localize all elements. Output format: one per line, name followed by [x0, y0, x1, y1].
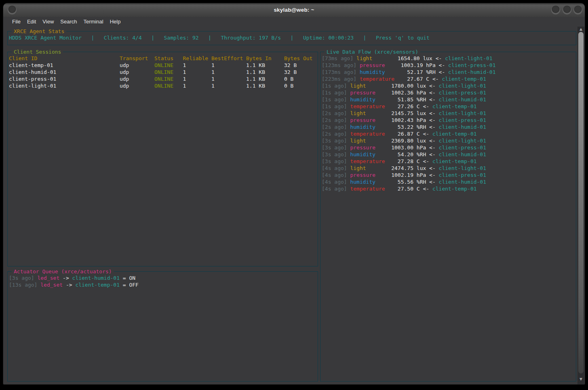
- client-id: client-light-01: [9, 83, 120, 89]
- timestamp: [4s ago]: [322, 165, 350, 171]
- client-id: client-light-01: [439, 165, 486, 171]
- reading-value: 1780.00 lux: [388, 83, 426, 89]
- topic-name: humidity: [350, 179, 388, 185]
- status: ONLINE: [154, 62, 183, 68]
- topic-name: humidity: [350, 151, 388, 157]
- actuator-state: OFF: [129, 282, 138, 288]
- flow-entry: [4s ago] pressure 1002.19 hPa <- client-…: [322, 172, 576, 178]
- client-id: client-light-01: [439, 138, 486, 144]
- close-button[interactable]: [573, 6, 582, 15]
- topic-name: humidity: [350, 96, 388, 103]
- reading-value: 2145.75 lux: [388, 110, 426, 116]
- timestamp: [73ms ago]: [322, 55, 356, 61]
- timestamp: [3s ago]: [9, 275, 37, 281]
- maximize-button[interactable]: [563, 6, 571, 15]
- minimize-button[interactable]: [551, 6, 560, 15]
- column-header: Transport: [120, 55, 154, 61]
- column-header: Reliable: [183, 55, 211, 61]
- transport: udp: [120, 62, 154, 68]
- arrow: <-: [426, 138, 438, 144]
- reliable-count: 1: [183, 76, 211, 82]
- reading-value: 26.87 C: [388, 131, 419, 137]
- reliable-count: 1: [183, 62, 211, 68]
- timestamp: [2s ago]: [322, 110, 350, 116]
- menu-file[interactable]: File: [9, 17, 24, 27]
- client-id: client-humid-01: [439, 179, 486, 185]
- topic-name: light: [356, 55, 394, 61]
- session-row: client-press-01 udp ONLINE 1 1 1.1 KB 0 …: [9, 75, 318, 82]
- timestamp: [3s ago]: [322, 151, 350, 157]
- live-data-flow-panel-title: Live Data Flow (xrce/sensors): [325, 48, 420, 55]
- bytes-out: 0 B: [284, 76, 293, 82]
- sessions-table: Client ID Transport Status Reliable Best…: [8, 52, 318, 89]
- flow-entry: [1s ago] light 1780.00 lux <- client-lig…: [322, 82, 576, 89]
- arrow: <-: [426, 145, 438, 151]
- menu-edit[interactable]: Edit: [24, 17, 39, 27]
- topic-name: light: [350, 138, 388, 144]
- client-id: client-humid-01: [448, 69, 495, 75]
- menu-view[interactable]: View: [39, 17, 57, 27]
- reading-value: 1003.00 hPa: [388, 145, 426, 151]
- best-effort-count: 1: [211, 62, 246, 68]
- stats-panel-title: XRCE Agent Stats: [12, 28, 66, 35]
- timestamp: [1s ago]: [322, 90, 350, 96]
- client-id: client-humid-01: [439, 151, 486, 157]
- client-id: client-temp-01: [432, 103, 477, 109]
- bytes-in: 1.1 KB: [246, 83, 284, 89]
- timestamp: [4s ago]: [322, 186, 350, 192]
- arrow: <-: [426, 179, 438, 185]
- arrow: <-: [426, 96, 438, 103]
- topic-name: pressure: [360, 62, 398, 68]
- best-effort-count: 1: [211, 83, 246, 89]
- actuator-state: ON: [129, 275, 135, 281]
- client-id: client-temp-01: [9, 62, 120, 68]
- arrow: ->: [63, 282, 75, 288]
- column-header: Bytes In: [246, 55, 284, 61]
- timestamp: [123ms ago]: [322, 62, 360, 68]
- live-data-flow-panel: Live Data Flow (xrce/sensors) [73ms ago]…: [320, 52, 576, 382]
- best-effort-count: 1: [211, 76, 246, 82]
- scrollbar[interactable]: ▲ ▼: [577, 27, 584, 384]
- timestamp: [4s ago]: [322, 179, 350, 185]
- client-id: client-light-01: [445, 55, 492, 61]
- topic-name: temperature: [350, 158, 388, 164]
- timestamp: [13s ago]: [9, 282, 40, 288]
- timestamp: [1s ago]: [322, 83, 350, 89]
- arrow: <-: [426, 124, 438, 130]
- client-id: client-light-01: [439, 83, 486, 89]
- client-id: client-light-01: [439, 110, 486, 116]
- topic-name: light: [350, 110, 388, 116]
- flow-entry: [1s ago] pressure 1002.36 hPa <- client-…: [322, 89, 576, 96]
- reading-value: 1002.43 hPa: [388, 117, 426, 123]
- flow-entry: [2s ago] light 2145.75 lux <- client-lig…: [322, 110, 576, 117]
- arrow: <-: [420, 131, 432, 137]
- menu-help[interactable]: Help: [107, 17, 124, 27]
- topic-name: humidity: [350, 124, 388, 130]
- transport: udp: [120, 69, 154, 75]
- scroll-down-icon[interactable]: ▼: [577, 377, 584, 382]
- menu-search[interactable]: Search: [57, 17, 80, 27]
- menu-terminal[interactable]: Terminal: [80, 17, 107, 27]
- reading-value: 55.56 %RH: [388, 179, 426, 185]
- reading-value: 51.85 %RH: [388, 96, 426, 103]
- action-name: led_set: [37, 275, 59, 281]
- arrow: <-: [426, 90, 438, 96]
- client-id: client-press-01: [439, 90, 486, 96]
- reading-value: 1002.19 hPa: [388, 172, 426, 178]
- actuator-queue-panel: Actuator Queue (xrce/actuators) [3s ago]…: [7, 271, 318, 382]
- sessions-header-row: Client ID Transport Status Reliable Best…: [9, 55, 318, 62]
- bytes-out: 32 B: [284, 69, 297, 75]
- bytes-in: 1.1 KB: [246, 69, 284, 75]
- menu-bar: File Edit View Search Terminal Help: [3, 17, 585, 27]
- stats-line: HDDS XRCE Agent Monitor | Clients: 4/4 |…: [9, 34, 576, 41]
- terminal-window: skylab@web: ~ File Edit View Search Term…: [3, 3, 585, 384]
- actuator-entry: [3s ago] led_set -> client-humid-01 = ON: [9, 275, 318, 281]
- scroll-up-icon[interactable]: ▲: [577, 27, 584, 32]
- scrollbar-thumb[interactable]: [578, 32, 584, 373]
- window-menu-button[interactable]: [8, 6, 17, 15]
- timestamp: [173ms ago]: [322, 69, 360, 75]
- topic-name: temperature: [350, 186, 388, 192]
- reading-value: 27.50 C: [388, 186, 419, 192]
- equals: =: [120, 282, 129, 288]
- title-bar[interactable]: skylab@web: ~: [3, 3, 585, 17]
